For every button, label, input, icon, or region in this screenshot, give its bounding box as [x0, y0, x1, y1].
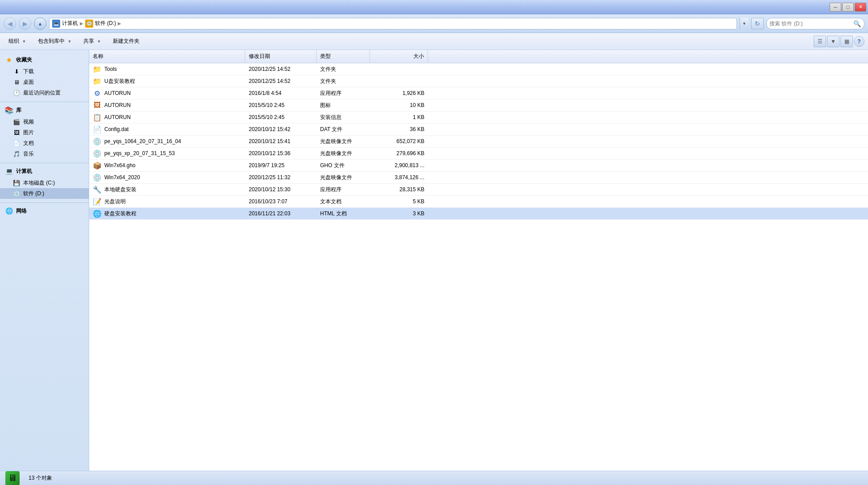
- recent-label: 最近访问的位置: [23, 89, 61, 97]
- file-size: 1 KB: [370, 113, 428, 122]
- col-header-name[interactable]: 名称: [89, 50, 245, 63]
- minimize-button[interactable]: ─: [830, 3, 841, 12]
- file-name: 光盘说明: [104, 198, 126, 206]
- address-dropdown-button[interactable]: ▼: [740, 18, 749, 29]
- table-row[interactable]: 💿 pe_yqs_1064_20_07_31_16_04 2020/10/12 …: [89, 136, 868, 148]
- file-type: 应用程序: [317, 185, 370, 195]
- col-header-type[interactable]: 类型: [317, 50, 370, 63]
- table-row[interactable]: 📄 Config.dat 2020/10/12 15:42 DAT 文件 36 …: [89, 123, 868, 136]
- sidebar-item-documents[interactable]: 📄 文档: [0, 138, 89, 148]
- sidebar-item-desktop[interactable]: 🖥 桌面: [0, 77, 89, 87]
- table-row[interactable]: ⚙ AUTORUN 2016/1/8 4:54 应用程序 1,926 KB: [89, 87, 868, 99]
- favorites-header[interactable]: ★ 收藏夹: [0, 53, 89, 66]
- file-name-cell: 📄 Config.dat: [89, 123, 245, 135]
- file-icon: 🖼: [93, 101, 102, 110]
- table-row[interactable]: 🖼 AUTORUN 2015/5/10 2:45 图标 10 KB: [89, 99, 868, 111]
- include-library-label: 包含到库中: [38, 37, 65, 45]
- file-area: 名称 修改日期 类型 大小 📁 Tools 2020/12/25 14:52 文…: [89, 50, 868, 471]
- table-row[interactable]: 📁 U盘安装教程 2020/12/25 14:52 文件夹: [89, 75, 868, 87]
- back-button[interactable]: ◀: [4, 17, 16, 30]
- view-controls: ☰ ▼ ▦ ?: [814, 36, 864, 47]
- preview-pane-button[interactable]: ▦: [840, 36, 853, 47]
- file-date: 2020/10/12 15:30: [245, 185, 317, 194]
- address-crumb-drive[interactable]: 软件 (D:): [95, 20, 116, 27]
- file-type: DAT 文件: [317, 124, 370, 135]
- table-row[interactable]: 📦 Win7x64.gho 2019/9/7 19:25 GHO 文件 2,90…: [89, 160, 868, 172]
- file-type: 光盘映像文件: [317, 148, 370, 159]
- sidebar-item-downloads[interactable]: ⬇ 下载: [0, 66, 89, 77]
- sidebar-item-music[interactable]: 🎵 音乐: [0, 148, 89, 159]
- share-button[interactable]: 共享 ▼: [78, 35, 107, 48]
- network-header[interactable]: 🌐 网络: [0, 205, 89, 217]
- search-input[interactable]: [769, 21, 851, 27]
- file-date: 2019/9/7 19:25: [245, 161, 317, 170]
- organize-button[interactable]: 组织 ▼: [4, 35, 32, 48]
- file-name-cell: 💿 pe_yqs_xp_20_07_31_15_53: [89, 148, 245, 159]
- file-size: 3,874,126 ...: [370, 173, 428, 182]
- file-name: AUTORUN: [104, 114, 131, 120]
- view-dropdown-button[interactable]: ▼: [827, 36, 839, 47]
- table-row[interactable]: 🌐 硬盘安装教程 2016/11/21 22:03 HTML 文档 3 KB: [89, 208, 868, 220]
- file-size: 36 KB: [370, 125, 428, 134]
- favorites-section: ★ 收藏夹 ⬇ 下载 🖥 桌面 🕐 最近访问的位置: [0, 53, 89, 98]
- file-size: 10 KB: [370, 101, 428, 110]
- refresh-button[interactable]: ↻: [751, 18, 764, 29]
- file-rows-container: 📁 Tools 2020/12/25 14:52 文件夹 📁 U盘安装教程 20…: [89, 63, 868, 220]
- file-name-cell: 📁 U盘安装教程: [89, 75, 245, 87]
- computer-header[interactable]: 💻 计算机: [0, 165, 89, 177]
- sidebar-item-video[interactable]: 🎬 视频: [0, 116, 89, 127]
- table-row[interactable]: 📋 AUTORUN 2015/5/10 2:45 安装信息 1 KB: [89, 111, 868, 123]
- close-button[interactable]: ✕: [855, 3, 866, 12]
- file-size: 2,900,813 ...: [370, 161, 428, 170]
- share-dropdown-icon: ▼: [96, 39, 102, 44]
- file-icon: 💿: [93, 149, 102, 158]
- video-label: 视频: [23, 118, 34, 126]
- table-row[interactable]: 🔧 本地硬盘安装 2020/10/12 15:30 应用程序 28,315 KB: [89, 184, 868, 196]
- status-text: 13 个对象: [29, 474, 52, 482]
- table-row[interactable]: 💿 Win7x64_2020 2020/12/25 11:32 光盘映像文件 3…: [89, 172, 868, 184]
- file-name-cell: 🌐 硬盘安装教程: [89, 208, 245, 219]
- col-header-date[interactable]: 修改日期: [245, 50, 317, 63]
- library-section: 📚 库 🎬 视频 🖼 图片 📄 文档 🎵 音乐: [0, 104, 89, 159]
- drive-d-icon: 💿: [12, 189, 21, 197]
- search-button[interactable]: 🔍: [852, 19, 861, 28]
- sidebar-item-drive-d[interactable]: 💿 软件 (D:): [0, 188, 89, 199]
- documents-icon: 📄: [12, 139, 21, 147]
- table-row[interactable]: 📁 Tools 2020/12/25 14:52 文件夹: [89, 63, 868, 75]
- file-name: Tools: [104, 66, 117, 72]
- music-icon: 🎵: [12, 150, 21, 158]
- help-button[interactable]: ?: [854, 36, 864, 47]
- file-icon: 📁: [93, 65, 102, 74]
- documents-label: 文档: [23, 140, 34, 147]
- file-name-cell: 📦 Win7x64.gho: [89, 160, 245, 171]
- col-header-size[interactable]: 大小: [370, 50, 428, 63]
- sidebar-item-drive-c[interactable]: 💾 本地磁盘 (C:): [0, 177, 89, 188]
- up-button[interactable]: ▲: [34, 17, 46, 30]
- file-icon: 📄: [93, 125, 102, 134]
- address-crumb-computer[interactable]: 计算机: [62, 20, 78, 27]
- sidebar-item-recent[interactable]: 🕐 最近访问的位置: [0, 87, 89, 98]
- file-type: GHO 文件: [317, 160, 370, 171]
- star-icon: ★: [4, 55, 13, 64]
- library-header[interactable]: 📚 库: [0, 104, 89, 116]
- file-type: 光盘映像文件: [317, 136, 370, 147]
- sidebar-item-pictures[interactable]: 🖼 图片: [0, 127, 89, 138]
- computer-icon: 💻: [4, 167, 13, 176]
- view-list-button[interactable]: ☰: [814, 36, 826, 47]
- file-type: 应用程序: [317, 88, 370, 99]
- pictures-icon: 🖼: [12, 128, 21, 136]
- file-date: 2020/10/12 15:42: [245, 125, 317, 134]
- new-folder-button[interactable]: 新建文件夹: [108, 35, 144, 48]
- include-library-button[interactable]: 包含到库中 ▼: [33, 35, 78, 48]
- file-icon: 📝: [93, 197, 102, 206]
- table-row[interactable]: 💿 pe_yqs_xp_20_07_31_15_53 2020/10/12 15…: [89, 148, 868, 160]
- download-icon: ⬇: [12, 67, 21, 75]
- file-type: 光盘映像文件: [317, 173, 370, 183]
- file-list-header: 名称 修改日期 类型 大小: [89, 50, 868, 63]
- file-name-cell: 📋 AUTORUN: [89, 111, 245, 123]
- file-icon: 💿: [93, 137, 102, 146]
- table-row[interactable]: 📝 光盘说明 2016/10/23 7:07 文本文档 5 KB: [89, 196, 868, 208]
- maximize-button[interactable]: □: [842, 3, 854, 12]
- downloads-label: 下载: [23, 68, 34, 75]
- forward-button[interactable]: ▶: [19, 17, 31, 30]
